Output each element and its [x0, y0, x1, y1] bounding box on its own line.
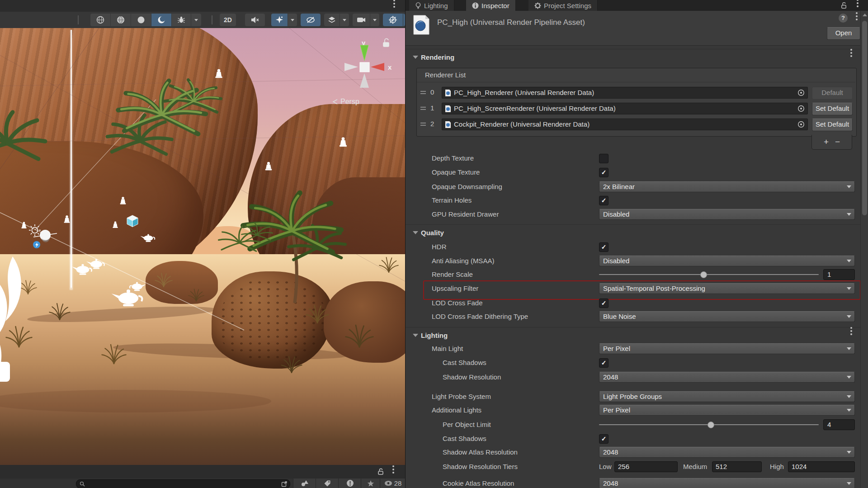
light-probe-icon[interactable] [64, 215, 70, 223]
set-default-button[interactable]: Set Default [812, 103, 853, 115]
render-scale-slider[interactable] [599, 274, 819, 275]
light-probe-icon[interactable] [265, 162, 272, 171]
section-rendering-header[interactable]: Rendering [421, 53, 454, 62]
additional-cast-shadows-checkbox[interactable]: ✓ [599, 434, 609, 444]
teapot-gizmo-icon[interactable] [112, 289, 142, 306]
inspector-scrollbar[interactable] [860, 11, 868, 488]
shading-shaded-wireframe-button[interactable] [111, 14, 131, 26]
x-axis-cone[interactable] [371, 63, 384, 71]
object-picker-icon[interactable] [797, 105, 805, 112]
neg-x-axis-cone[interactable] [344, 63, 358, 71]
drag-handle-icon[interactable] [420, 91, 426, 92]
shading-wireframe-button[interactable] [90, 14, 110, 26]
debug-mode-button[interactable] [172, 14, 191, 26]
camera-settings-button[interactable] [353, 14, 370, 26]
upscaling-filter-dropdown[interactable]: Spatial-Temporal Post-Processing [599, 283, 855, 294]
gpu-resident-drawer-dropdown[interactable]: Disabled [599, 209, 855, 220]
gizmo-center-cube[interactable] [360, 62, 369, 72]
hidden-objects-button[interactable] [301, 14, 321, 26]
opaque-texture-checkbox[interactable]: ✓ [599, 168, 609, 177]
scrollbar-thumb[interactable] [862, 21, 867, 215]
drag-handle-icon[interactable] [420, 107, 426, 108]
tab-project-settings[interactable]: Project Settings [528, 0, 598, 11]
inspector-menu-kebab-icon[interactable] [857, 2, 859, 4]
light-probe-icon[interactable] [340, 137, 347, 147]
bounds-cube-icon[interactable] [127, 215, 138, 227]
additional-lights-dropdown[interactable]: Per Pixel [599, 405, 855, 416]
object-picker-icon[interactable] [797, 89, 805, 96]
tier-low-field[interactable]: 256 [614, 461, 678, 472]
light-bolt-icon[interactable] [33, 241, 40, 248]
light-probe-icon[interactable] [113, 222, 118, 228]
lamp-gizmo-icon[interactable] [140, 234, 155, 242]
object-picker-icon[interactable] [797, 121, 805, 128]
light-probe-icon[interactable] [215, 69, 222, 78]
toolbar-drag-handle[interactable] [78, 15, 80, 24]
renderer-object-field[interactable]: Cockpit_Renderer (Universal Renderer Dat… [442, 118, 808, 130]
render-scale-slider-handle[interactable] [700, 271, 707, 278]
lod-dithering-dropdown[interactable]: Blue Noise [599, 311, 855, 322]
audio-mute-button[interactable] [245, 14, 265, 26]
unlock-icon[interactable] [840, 2, 847, 9]
search-input[interactable] [76, 479, 290, 488]
hidden-count-button[interactable]: 28 [380, 479, 406, 488]
lighting-kebab-icon[interactable] [850, 330, 852, 332]
hdr-checkbox[interactable]: ✓ [599, 242, 609, 252]
scene-orientation-gizmo[interactable]: y x Persp [333, 38, 392, 105]
msaa-dropdown[interactable]: Disabled [599, 256, 855, 266]
scene-viewport[interactable]: y x Persp [0, 28, 405, 465]
lod-cross-fade-checkbox[interactable]: ✓ [599, 298, 609, 308]
lock-icon[interactable] [377, 468, 384, 475]
shading-shaded-button[interactable] [131, 14, 151, 26]
section-lighting-header[interactable]: Lighting [421, 332, 448, 341]
lamp-gizmo-icon[interactable] [86, 259, 104, 269]
render-scale-value[interactable]: 1 [823, 269, 855, 280]
tier-high-field[interactable]: 1024 [788, 461, 855, 472]
scroll-up-icon[interactable] [863, 14, 867, 16]
light-probe-system-dropdown[interactable]: Light Probe Groups [599, 391, 855, 402]
layers-dropdown[interactable] [340, 14, 349, 26]
light-probe-icon[interactable] [120, 197, 126, 204]
filter-by-label-button[interactable] [316, 479, 339, 488]
per-object-limit-slider-handle[interactable] [708, 422, 714, 428]
neg-y-axis-cone[interactable] [360, 73, 369, 88]
shadow-resolution-dropdown[interactable]: 2048 [599, 372, 855, 383]
main-cast-shadows-checkbox[interactable]: ✓ [599, 358, 609, 368]
warnings-filter-button[interactable] [338, 479, 361, 488]
open-button[interactable]: Open [827, 27, 860, 40]
drag-handle-icon[interactable] [420, 123, 426, 123]
per-object-limit-value[interactable]: 4 [823, 419, 855, 430]
filter-by-type-button[interactable] [293, 479, 316, 488]
unlock-icon[interactable] [383, 38, 389, 47]
tab-inspector[interactable]: Inspector [466, 0, 516, 11]
tab-lighting[interactable]: Lighting [409, 0, 454, 11]
add-button[interactable]: + [824, 137, 829, 147]
debug-mode-dropdown[interactable] [191, 14, 201, 26]
main-light-dropdown[interactable]: Per Pixel [599, 343, 855, 354]
cookie-atlas-resolution-dropdown[interactable]: 2048 [599, 478, 855, 488]
camera-settings-dropdown[interactable] [370, 14, 379, 26]
remove-button[interactable]: − [835, 137, 840, 147]
gizmos-button[interactable] [383, 14, 403, 26]
effects-dropdown[interactable] [288, 14, 297, 26]
set-default-button[interactable]: Set Default [812, 118, 853, 131]
renderer-object-field[interactable]: PC_High_ScreenRenderer (Universal Render… [442, 103, 808, 114]
effects-button[interactable] [271, 14, 288, 26]
terrain-holes-checkbox[interactable]: ✓ [599, 196, 609, 205]
help-icon[interactable]: ? [839, 14, 848, 23]
lamp-gizmo-icon[interactable] [72, 264, 92, 275]
lamp-gizmo-icon[interactable] [130, 282, 146, 291]
layers-button[interactable] [324, 14, 340, 26]
2d-toggle-button[interactable]: 2D [220, 14, 236, 26]
open-in-window-icon[interactable] [281, 481, 288, 487]
section-quality-header[interactable]: Quality [421, 229, 444, 238]
asset-menu-kebab-icon[interactable] [856, 15, 858, 17]
shading-custom-button[interactable] [151, 14, 171, 26]
rendering-kebab-icon[interactable] [850, 52, 852, 54]
y-axis-cone[interactable] [360, 45, 368, 61]
renderer-object-field[interactable]: PC_High_Renderer (Universal Renderer Dat… [442, 87, 808, 99]
opaque-downsampling-dropdown[interactable]: 2x Bilinear [599, 181, 855, 192]
shadow-atlas-resolution-dropdown[interactable]: 2048 [599, 447, 855, 458]
panel-menu-kebab-icon[interactable] [392, 469, 394, 470]
tier-medium-field[interactable]: 512 [712, 461, 762, 472]
